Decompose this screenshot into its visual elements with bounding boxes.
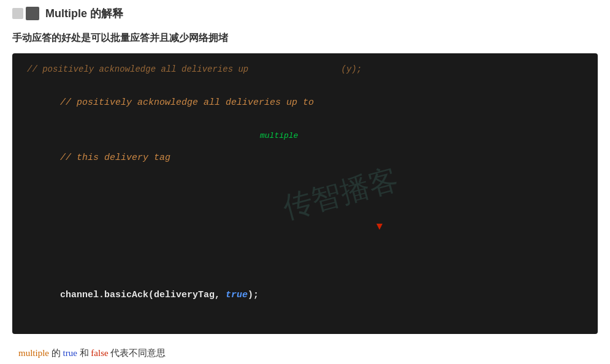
comment-1: // positively acknowledge all deliveries… xyxy=(60,97,314,108)
code-semicolon: ); xyxy=(248,290,259,300)
comment-2: // this delivery tag xyxy=(60,153,170,163)
text-multiple-1: multiple xyxy=(18,348,49,358)
code-line-2: // this delivery tag multiple xyxy=(27,131,583,222)
header-icon xyxy=(12,7,39,20)
subtitle: 手动应答的好处是可以批量应答并且减少网络拥堵 xyxy=(12,32,598,45)
content-line-1: multiple 的 true 和 false 代表不同意思 xyxy=(18,345,598,362)
annotation-arrow xyxy=(376,224,383,230)
code-block: 传智播客 // positively acknowledge all deliv… xyxy=(12,53,598,334)
text-true-1: true xyxy=(63,348,77,358)
code-line-1: // positively acknowledge all deliveries… xyxy=(27,75,583,131)
code-content: // positively acknowledge all deliveries… xyxy=(27,75,583,323)
multiple-label: multiple xyxy=(260,128,298,144)
code-top-hint: // positively acknowledge all deliveries… xyxy=(27,64,583,74)
icon-large xyxy=(26,7,39,20)
code-line-3: channel.basicAck(deliveryTag, true); xyxy=(27,222,583,323)
code-true-value: true xyxy=(226,290,248,300)
page-title: Multiple 的解释 xyxy=(45,6,123,21)
text-de: 的 xyxy=(51,348,63,358)
header: Multiple 的解释 xyxy=(12,6,598,21)
text-he: 和 xyxy=(80,348,91,358)
content-section: multiple 的 true 和 false 代表不同意思 true 代表批量… xyxy=(12,345,598,364)
text-meaning: 代表不同意思 xyxy=(110,348,166,358)
code-method: channel.basicAck(deliveryTag, xyxy=(60,290,226,300)
text-false-1: false xyxy=(91,348,108,358)
icon-small xyxy=(12,8,23,19)
